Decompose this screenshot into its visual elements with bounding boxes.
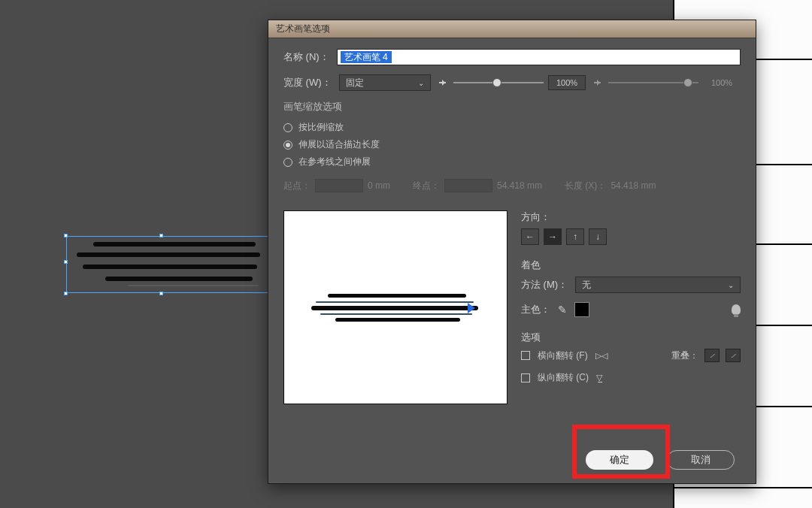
name-label: 名称 (N)： <box>283 50 329 64</box>
chevron-down-icon: ⌄ <box>418 79 424 87</box>
tips-icon[interactable] <box>732 304 741 315</box>
options-title: 选项 <box>521 331 741 344</box>
direction-arrow-icon <box>468 303 480 313</box>
direction-up-button[interactable]: ↑ <box>566 228 584 245</box>
width-slider-min[interactable] <box>453 82 544 83</box>
arrow-right-icon <box>593 77 604 88</box>
cancel-button[interactable]: 取消 <box>667 450 735 470</box>
direction-left-button[interactable]: ← <box>521 228 539 245</box>
selected-artwork[interactable] <box>66 236 262 289</box>
brush-name-input[interactable]: 艺术画笔 4 <box>337 49 741 65</box>
width-label: 宽度 (W)： <box>283 76 332 89</box>
art-brush-options-dialog: 艺术画笔选项 名称 (N)： 艺术画笔 4 宽度 (W)： 固定 ⌄ 100% … <box>268 20 756 484</box>
annotation-highlight <box>572 425 670 479</box>
direction-down-button[interactable]: ↓ <box>589 228 607 245</box>
key-color-swatch[interactable] <box>574 302 589 317</box>
flip-h-icon: ▷◁ <box>595 351 607 361</box>
direction-right-button[interactable]: → <box>544 228 562 245</box>
flip-h-checkbox[interactable] <box>521 351 530 360</box>
scale-guides-radio[interactable]: 在参考线之间伸展 <box>283 156 741 168</box>
arrow-right-icon <box>438 77 449 88</box>
flip-v-icon: ▽̲ <box>596 373 602 383</box>
scale-section-title: 画笔缩放选项 <box>283 100 741 113</box>
overlap-on-button[interactable]: ⟋ <box>726 349 741 362</box>
scale-stretch-radio[interactable]: 伸展以适合描边长度 <box>283 138 741 151</box>
width-max-value: 100% <box>703 75 741 90</box>
eyedropper-icon[interactable]: ✎ <box>558 304 567 316</box>
width-mode-select[interactable]: 固定 ⌄ <box>339 74 431 91</box>
brush-preview <box>283 210 508 404</box>
direction-title: 方向： <box>521 210 741 224</box>
chevron-down-icon: ⌄ <box>728 281 734 289</box>
scale-proportional-radio[interactable]: 按比例缩放 <box>283 121 741 134</box>
flip-v-checkbox[interactable] <box>521 373 530 383</box>
width-min-value[interactable]: 100% <box>548 75 586 90</box>
guides-fields: 起点：0 mm 终点：54.418 mm 长度 (X)：54.418 mm <box>283 179 741 192</box>
dialog-title[interactable]: 艺术画笔选项 <box>268 20 756 38</box>
colorization-title: 着色 <box>521 259 741 272</box>
width-slider-max <box>608 82 698 83</box>
overlap-off-button[interactable]: ⟋ <box>704 349 720 362</box>
color-method-select[interactable]: 无 ⌄ <box>575 277 741 293</box>
